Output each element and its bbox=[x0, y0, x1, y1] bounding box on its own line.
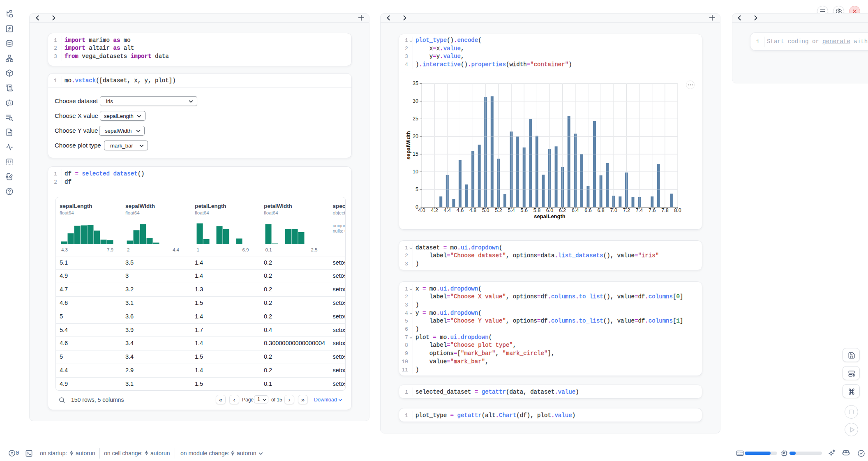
svg-text:7.0: 7.0 bbox=[610, 207, 617, 213]
svg-text:4.4: 4.4 bbox=[444, 207, 451, 213]
svg-text:10: 10 bbox=[413, 169, 418, 175]
svg-text:25: 25 bbox=[413, 116, 418, 122]
svg-text:7.4: 7.4 bbox=[636, 207, 643, 213]
svg-text:sepalLength: sepalLength bbox=[534, 213, 566, 219]
svg-text:0: 0 bbox=[416, 204, 418, 210]
svg-text:6.8: 6.8 bbox=[597, 207, 604, 213]
svg-text:8.0: 8.0 bbox=[674, 207, 681, 213]
svg-text:30: 30 bbox=[413, 98, 418, 104]
svg-text:5.4: 5.4 bbox=[508, 207, 515, 213]
svg-text:4.8: 4.8 bbox=[469, 207, 476, 213]
svg-text:6.4: 6.4 bbox=[572, 207, 579, 213]
svg-text:4.2: 4.2 bbox=[431, 207, 438, 213]
svg-text:35: 35 bbox=[413, 81, 418, 86]
svg-text:5: 5 bbox=[416, 187, 418, 192]
svg-text:5.6: 5.6 bbox=[521, 207, 528, 213]
svg-text:20: 20 bbox=[413, 134, 418, 139]
svg-text:4.0: 4.0 bbox=[418, 207, 425, 213]
svg-text:6.2: 6.2 bbox=[559, 207, 566, 213]
svg-text:7.6: 7.6 bbox=[649, 207, 656, 213]
svg-text:sepalWidth: sepalWidth bbox=[405, 131, 411, 159]
svg-text:5.0: 5.0 bbox=[482, 207, 489, 213]
svg-text:4.6: 4.6 bbox=[457, 207, 464, 213]
svg-text:6.0: 6.0 bbox=[546, 207, 553, 213]
svg-text:6.6: 6.6 bbox=[584, 207, 591, 213]
svg-text:5.2: 5.2 bbox=[495, 207, 502, 213]
svg-text:7.8: 7.8 bbox=[661, 207, 668, 213]
svg-text:5.8: 5.8 bbox=[533, 207, 540, 213]
svg-text:7.2: 7.2 bbox=[623, 207, 630, 213]
svg-text:15: 15 bbox=[413, 151, 418, 157]
